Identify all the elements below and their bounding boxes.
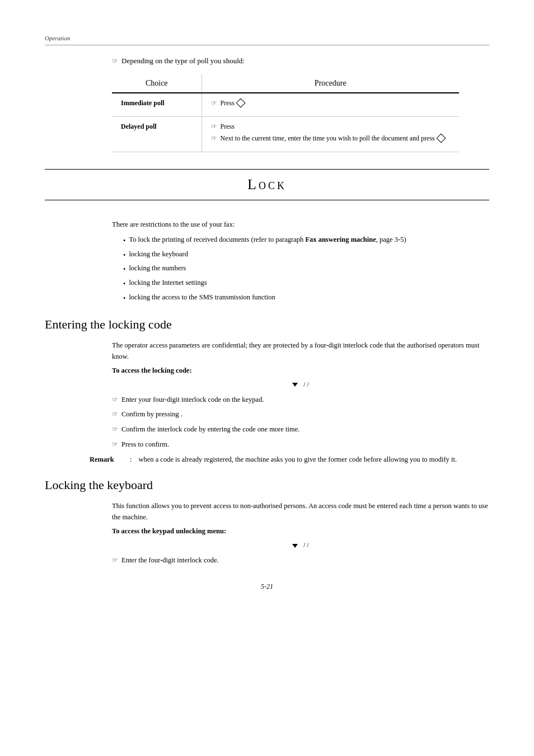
step-line: ☞ Confirm the interlock code by entering… [112,424,489,435]
bullet-dot: • [123,250,125,261]
bullet-dot: • [123,236,125,246]
step-text: Enter the four-digit interlock code. [121,555,219,566]
step-text: Press to confirm. [121,439,169,450]
ref-icon: ☞ [211,99,217,107]
proc-step: ☞ Press [211,123,451,131]
col-choice-header: Choice [112,74,202,93]
nav-text: / / [303,381,309,389]
bullet-text: To lock the printing of received documen… [129,234,406,245]
table-row: Delayed poll ☞ Press ☞ Next to the curre… [112,117,459,152]
nav-arrow [292,541,298,550]
diamond-icon [236,98,245,108]
ref-icon: ☞ [112,395,118,405]
remark-colon: : [130,454,132,465]
bullet-item: • locking the numbers [123,263,489,275]
table-row: Immediate poll ☞ Press [112,93,459,117]
col-procedure-header: Procedure [202,74,459,93]
ref-icon: ☞ [211,134,217,143]
proc-text: Press [221,99,245,107]
step-line: ☞ Enter the four-digit interlock code. [112,555,489,566]
bullet-text: locking the numbers [129,263,186,274]
lock-title: Lock [247,176,287,192]
step-line: ☞ Press to confirm. [112,439,489,450]
page: Operation ☞ Depending on the type of pol… [0,34,534,756]
proc-step: ☞ Next to the current time, enter the ti… [211,134,451,143]
immediate-poll-label: Immediate poll [112,93,202,117]
bullet-item: • locking the keyboard [123,249,489,261]
bullet-text: locking the access to the SMS transmissi… [129,292,275,303]
diamond-icon [436,134,446,143]
delayed-poll-procedure: ☞ Press ☞ Next to the current time, ente… [202,117,459,152]
intro-text: Depending on the type of poll you should… [121,57,245,65]
bullet-item: • locking the Internet settings [123,278,489,289]
bullet-item: • locking the access to the SMS transmis… [123,292,489,304]
arrow-down-icon [292,544,298,548]
ref-icon: ☞ [112,439,118,449]
locking-bold-line: To access the keypad unlocking menu: [112,527,489,536]
step-text: Enter your four-digit interlock code on … [121,395,264,405]
step-text: Confirm the interlock code by entering t… [121,424,299,435]
remark-row: Remark : when a code is already register… [90,454,489,465]
proc-text: Press [221,123,235,131]
nav-text: / / [303,541,309,550]
locking-keyboard-heading: Locking the keyboard [45,478,489,492]
proc-step: ☞ Press [211,99,451,107]
nav-line: / / [112,381,489,389]
ref-icon: ☞ [112,424,118,434]
step-line: ☞ Confirm by pressing . [112,409,489,420]
lock-section: Lock [45,169,489,200]
bullet-dot: • [123,293,125,304]
header-line: Operation [45,34,489,45]
arrow-down-icon [292,383,298,387]
section-label: Operation [45,35,70,41]
immediate-poll-procedure: ☞ Press [202,93,459,117]
entering-heading: Entering the locking code [45,317,489,332]
nav-line: / / [112,541,489,550]
page-number: 5-21 [0,583,534,591]
locking-body: This function allows you to prevent acce… [112,500,489,523]
step-line: ☞ Enter your four-digit interlock code o… [112,395,489,405]
step-text: Confirm by pressing . [121,409,182,420]
proc-text: Next to the current time, enter the time… [221,134,446,143]
bullet-dot: • [123,279,125,289]
entering-bold-line: To access the locking code: [112,367,489,375]
nav-arrow [292,381,298,389]
bullet-text: locking the keyboard [129,249,188,260]
bullet-dot: • [123,264,125,275]
restrictions-intro: There are restrictions to the use of you… [112,219,489,230]
remark-label: Remark [90,454,123,465]
delayed-poll-label: Delayed poll [112,117,202,152]
ref-icon: ☞ [112,57,118,65]
ref-icon: ☞ [211,123,217,131]
ref-icon: ☞ [112,555,118,565]
poll-table: Choice Procedure Immediate poll ☞ Press … [112,74,459,152]
intro-line: ☞ Depending on the type of poll you shou… [112,57,489,65]
bullet-text: locking the Internet settings [129,278,207,288]
remark-text: when a code is already registered, the m… [138,454,489,465]
bullet-list: • To lock the printing of received docum… [123,234,489,304]
ref-icon: ☞ [112,409,118,419]
entering-body: The operator access parameters are confi… [112,340,489,362]
bullet-item: • To lock the printing of received docum… [123,234,489,246]
